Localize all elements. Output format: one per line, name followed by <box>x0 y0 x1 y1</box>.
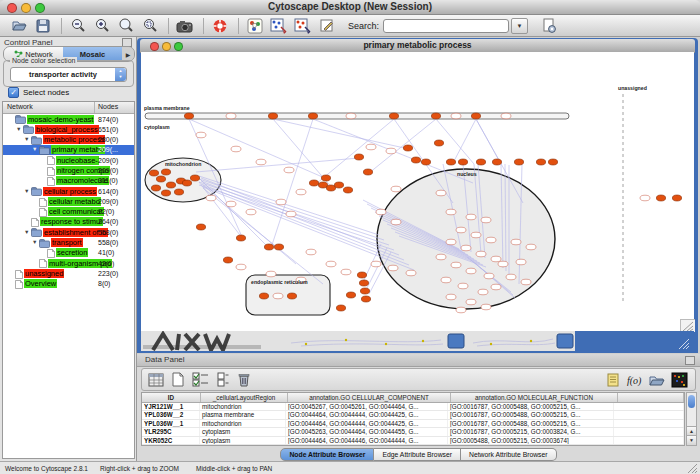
graph-node[interactable] <box>498 261 508 267</box>
graph-node-selected[interactable] <box>363 169 372 175</box>
graph-node[interactable] <box>484 273 494 279</box>
graph-node-selected[interactable] <box>343 187 352 193</box>
graph-node[interactable] <box>446 239 456 245</box>
tree-row[interactable]: multi-organism pro42(0) <box>3 258 134 268</box>
column-header[interactable]: annotation.GO CELLULAR_COMPONENT <box>288 393 451 402</box>
table-row[interactable]: YKR052Ccytoplasm[GO:0044464, GO:0044446,… <box>142 437 684 445</box>
tree-row[interactable]: macromolecule311(0) <box>3 176 134 186</box>
tree-row[interactable]: cell communicat22(0) <box>3 207 134 217</box>
graph-node[interactable] <box>446 209 456 215</box>
network-canvas[interactable]: plasma membranecytoplasmmitochondrionnuc… <box>141 52 694 331</box>
hscroll-thumb[interactable] <box>448 334 464 348</box>
graph-node[interactable] <box>226 113 236 119</box>
tab-node-attribute-browser[interactable]: Node Attribute Browser <box>280 448 374 461</box>
graph-node[interactable] <box>391 186 401 192</box>
graph-node-selected[interactable] <box>361 296 370 302</box>
graph-node[interactable] <box>436 254 446 260</box>
trash-icon[interactable] <box>234 370 254 389</box>
tree-row[interactable]: nitrogen compo209(0) <box>3 165 134 175</box>
tree-row[interactable]: mosaic-demo-yeast874(0) <box>3 114 134 124</box>
graph-node[interactable] <box>341 269 351 275</box>
graph-node[interactable] <box>306 249 316 255</box>
graph-node[interactable] <box>196 132 206 138</box>
graph-node[interactable] <box>256 159 266 165</box>
graph-node[interactable] <box>501 113 511 119</box>
graph-node-selected[interactable] <box>360 288 369 294</box>
graph-node-selected[interactable] <box>471 113 480 119</box>
zoom-out-icon[interactable] <box>67 17 89 35</box>
network-view-titlebar[interactable]: primary metabolic process <box>140 39 695 53</box>
graph-node-selected[interactable] <box>446 159 455 165</box>
table-vscrollbar[interactable]: ▲ ▼ <box>686 392 697 446</box>
window-resize-grip[interactable] <box>687 463 699 474</box>
tree-row[interactable]: ▼biological_process651(0) <box>3 124 134 134</box>
graph-node[interactable] <box>436 190 446 196</box>
graph-node-selected[interactable] <box>156 176 165 182</box>
graph-node-selected[interactable] <box>389 113 398 119</box>
tree-row[interactable]: Overview8(0) <box>3 279 134 289</box>
graph-node-selected[interactable] <box>151 185 160 191</box>
graph-node[interactable] <box>516 259 526 265</box>
tree-row[interactable]: ▼metabolic process280(0) <box>3 135 134 145</box>
graph-node[interactable] <box>521 279 531 285</box>
tree-row[interactable]: secretion41(0) <box>3 248 134 258</box>
zoom-fit-icon[interactable] <box>115 17 137 35</box>
graph-node[interactable] <box>276 199 286 205</box>
expand-triangle-icon[interactable]: ▼ <box>32 239 37 245</box>
vizmapper-icon[interactable] <box>244 17 266 35</box>
graph-node-selected[interactable] <box>190 175 199 181</box>
graph-node-selected[interactable] <box>431 113 440 119</box>
graph-edge[interactable] <box>476 119 501 164</box>
graph-node-selected[interactable] <box>672 195 681 201</box>
graph-node-selected[interactable] <box>336 305 345 311</box>
import-attributes-icon[interactable] <box>647 370 667 389</box>
graph-node[interactable] <box>491 256 501 262</box>
graph-node[interactable] <box>284 167 294 173</box>
table-row[interactable]: YLR295Ccytoplasm[GO:0045263, GO:0044464,… <box>142 428 684 436</box>
graph-node[interactable] <box>461 245 471 251</box>
graph-edge[interactable] <box>271 119 313 248</box>
scroll-down-icon[interactable]: ▼ <box>687 435 696 445</box>
graph-node-selected[interactable] <box>357 272 366 278</box>
expand-triangle-icon[interactable]: ▼ <box>24 188 29 194</box>
graph-node-selected[interactable] <box>184 113 193 119</box>
select-attributes-icon[interactable] <box>190 370 210 389</box>
table-row[interactable]: YPL036W__2plasma membrane[GO:0044464, GO… <box>142 411 684 419</box>
graph-node[interactable] <box>471 232 481 238</box>
tree-row[interactable]: nucleobase-209(0) <box>3 155 134 165</box>
graph-node-selected[interactable] <box>264 244 273 250</box>
open-file-icon[interactable] <box>8 17 30 35</box>
graph-node[interactable] <box>286 211 296 217</box>
graph-node[interactable] <box>266 271 276 277</box>
graph-node-selected[interactable] <box>354 154 363 160</box>
graph-node[interactable] <box>371 261 381 267</box>
expand-triangle-icon[interactable]: ▼ <box>24 136 29 142</box>
graph-node-selected[interactable] <box>411 157 420 163</box>
graph-node-selected[interactable] <box>166 182 175 188</box>
graph-edge[interactable] <box>196 158 359 172</box>
graph-edge[interactable] <box>453 119 476 163</box>
tree-row[interactable]: unassigned223(0) <box>3 268 134 278</box>
graph-node[interactable] <box>476 251 486 257</box>
tab-edge-attribute-browser[interactable]: Edge Attribute Browser <box>374 448 461 461</box>
search-input[interactable] <box>383 19 509 33</box>
graph-node[interactable] <box>456 227 466 233</box>
graph-node[interactable] <box>506 274 516 280</box>
graph-node-selected[interactable] <box>514 159 523 165</box>
graph-node[interactable] <box>236 264 246 270</box>
graph-node[interactable] <box>231 146 241 152</box>
graph-node-selected[interactable] <box>236 235 245 241</box>
table-row[interactable]: YJR121W__1mitochondrion[GO:0045267, GO:0… <box>142 403 684 411</box>
expand-triangle-icon[interactable]: ▼ <box>16 126 21 132</box>
graph-node[interactable] <box>366 144 376 150</box>
graph-node[interactable] <box>640 195 650 201</box>
graph-node[interactable] <box>511 239 521 245</box>
graph-node[interactable] <box>206 195 216 201</box>
graph-node[interactable] <box>458 283 468 289</box>
graph-node[interactable] <box>226 201 236 207</box>
new-attribute-icon[interactable] <box>168 370 188 389</box>
graph-node[interactable] <box>376 209 386 215</box>
graph-node[interactable] <box>466 214 476 220</box>
graph-node-selected[interactable] <box>161 190 170 196</box>
graph-node-selected[interactable] <box>182 180 191 186</box>
